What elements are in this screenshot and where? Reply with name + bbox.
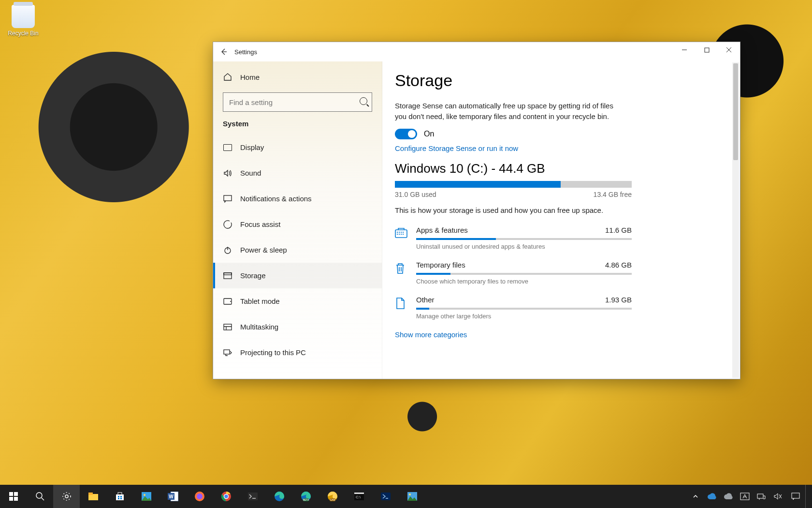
recycle-bin[interactable]: Recycle Bin: [5, 5, 42, 37]
start-button[interactable]: [0, 485, 27, 508]
sound-icon: [223, 168, 232, 178]
search-button[interactable]: [27, 485, 53, 508]
drive-heading: Windows 10 (C:) - 44.4 GB: [395, 161, 721, 176]
storage-category-apps-features[interactable]: Apps & features11.6 GBUninstall unused o…: [395, 226, 632, 250]
svg-rect-19: [14, 492, 18, 496]
nav-display[interactable]: Display: [213, 134, 382, 160]
category-size: 1.93 GB: [605, 296, 632, 304]
search-input[interactable]: [223, 92, 372, 112]
svg-rect-12: [401, 232, 402, 233]
drive-usage-fill: [395, 181, 561, 188]
taskbar-file-explorer[interactable]: [80, 485, 106, 508]
tray-volume[interactable]: [769, 485, 786, 508]
svg-rect-26: [88, 493, 93, 495]
taskbar-store[interactable]: [106, 485, 133, 508]
category-bar: [416, 308, 632, 310]
svg-rect-0: [705, 48, 709, 52]
nav-tablet-mode[interactable]: Tablet mode: [213, 288, 382, 314]
svg-rect-17: [403, 234, 404, 235]
nav-storage[interactable]: Storage: [213, 263, 382, 288]
category-size: 4.86 GB: [605, 261, 632, 269]
nav-sound[interactable]: Sound: [213, 160, 382, 186]
nav-label: Tablet mode: [240, 297, 280, 305]
nav-power-sleep[interactable]: Power & sleep: [213, 237, 382, 263]
taskbar-cmd[interactable]: C:\: [346, 485, 372, 508]
svg-rect-10: [397, 232, 398, 233]
svg-rect-13: [403, 232, 404, 233]
notifications-icon: [223, 194, 232, 204]
sidebar: Home System DisplaySoundNotifications & …: [213, 61, 382, 379]
page-heading: Storage: [395, 71, 721, 90]
nav-multitasking[interactable]: Multitasking: [213, 314, 382, 340]
taskbar-settings[interactable]: [53, 485, 80, 508]
taskbar-edge[interactable]: [266, 485, 292, 508]
svg-rect-7: [224, 324, 232, 330]
configure-storage-sense-link[interactable]: Configure Storage Sense or run it now: [395, 144, 721, 152]
back-button[interactable]: [213, 42, 234, 61]
svg-rect-16: [401, 234, 402, 235]
tray-onedrive-2[interactable]: [720, 485, 737, 508]
taskbar-powershell[interactable]: [372, 485, 399, 508]
svg-rect-8: [224, 350, 230, 354]
category-sub: Uninstall unused or undesired apps & fea…: [416, 243, 632, 250]
svg-rect-30: [120, 496, 122, 497]
taskbar-paint[interactable]: [399, 485, 425, 508]
category-bar: [416, 238, 632, 240]
focus-icon: [223, 220, 232, 229]
show-more-categories-link[interactable]: Show more categories: [395, 330, 721, 339]
tray-input-indicator[interactable]: [737, 485, 753, 508]
storage-category-other[interactable]: Other1.93 GBManage other large folders: [395, 296, 632, 320]
taskbar-firefox[interactable]: [186, 485, 213, 508]
svg-point-58: [409, 493, 411, 495]
taskbar-edge-canary[interactable]: CAN: [319, 485, 346, 508]
category-bar-fill: [416, 308, 429, 310]
content-scrollbar[interactable]: [732, 62, 739, 378]
svg-point-24: [63, 493, 71, 500]
taskbar-chrome[interactable]: [213, 485, 239, 508]
search-icon: [360, 97, 367, 105]
category-sub: Choose which temporary files to remove: [416, 278, 632, 285]
storage-category-temporary-files[interactable]: Temporary files4.86 GBChoose which tempo…: [395, 261, 632, 285]
category-name: Other: [416, 296, 435, 304]
svg-rect-21: [14, 497, 18, 501]
tray-action-center[interactable]: [786, 485, 805, 508]
svg-point-40: [197, 493, 203, 499]
tray-network[interactable]: [753, 485, 769, 508]
svg-rect-45: [248, 493, 258, 500]
taskbar-word[interactable]: W: [160, 485, 186, 508]
svg-rect-60: [757, 494, 763, 498]
taskbar-photos[interactable]: [133, 485, 160, 508]
recycle-bin-label: Recycle Bin: [5, 30, 42, 37]
category-name: Temporary files: [416, 261, 465, 269]
category-bar-fill: [416, 238, 496, 240]
tray-onedrive-1[interactable]: [704, 485, 720, 508]
storage-sense-toggle[interactable]: [395, 129, 417, 139]
svg-rect-54: [354, 493, 364, 494]
minimize-button[interactable]: [673, 42, 696, 58]
nav-label: Multitasking: [240, 323, 278, 331]
tray-overflow[interactable]: [687, 485, 704, 508]
nav-projecting-to-this-pc[interactable]: Projecting to this PC: [213, 340, 382, 365]
content-pane: Storage Storage Sense can automatically …: [382, 61, 740, 379]
titlebar: Settings: [213, 42, 740, 61]
nav-notifications-actions[interactable]: Notifications & actions: [213, 186, 382, 211]
close-button[interactable]: [718, 42, 740, 58]
multitasking-icon: [223, 322, 232, 332]
svg-rect-14: [397, 234, 398, 235]
recycle-bin-icon: [12, 5, 35, 28]
show-desktop-button[interactable]: [805, 485, 809, 508]
home-icon: [223, 72, 232, 82]
svg-rect-32: [120, 498, 122, 499]
nav-focus-assist[interactable]: Focus assist: [213, 211, 382, 237]
nav-home[interactable]: Home: [213, 65, 382, 89]
taskbar-terminal[interactable]: [239, 485, 266, 508]
svg-rect-15: [399, 234, 400, 235]
svg-rect-4: [224, 273, 232, 275]
taskbar-edge-beta[interactable]: BETA: [292, 485, 319, 508]
maximize-button[interactable]: [696, 42, 718, 58]
svg-rect-1: [224, 195, 232, 201]
storage-icon: [223, 271, 232, 281]
scrollbar-thumb[interactable]: [733, 63, 738, 160]
power-icon: [223, 245, 232, 255]
storage-sense-desc: Storage Sense can automatically free up …: [395, 101, 627, 122]
